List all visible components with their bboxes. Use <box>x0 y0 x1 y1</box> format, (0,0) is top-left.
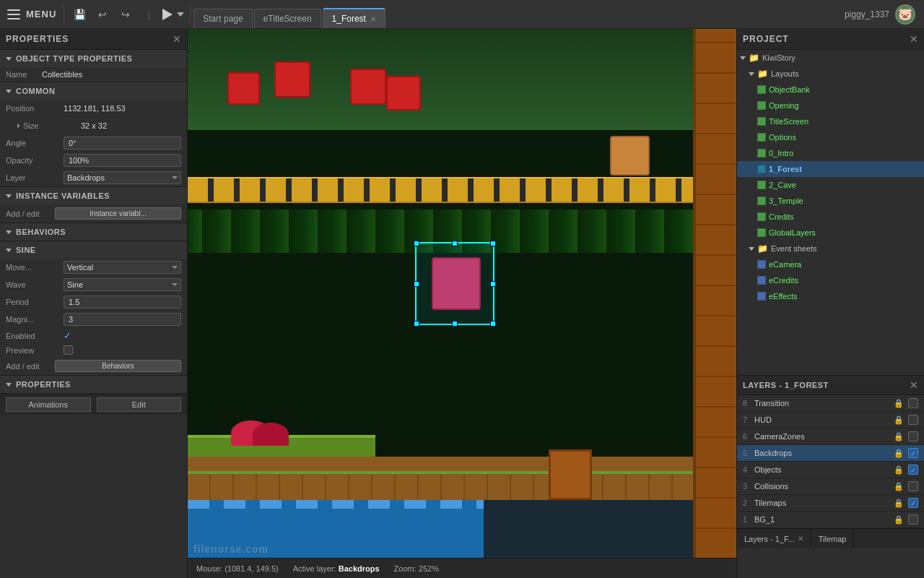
edit-button[interactable]: Edit <box>97 397 182 412</box>
bottom-tab-layers-label: Layers - 1_F... <box>744 535 795 543</box>
tree-layout-titlescreen[interactable]: TitleScreen <box>737 113 924 129</box>
magni-value[interactable]: 3 <box>64 313 181 326</box>
tree-layout-3temple[interactable]: 3_Temple <box>737 193 924 209</box>
bottom-tab-tilemap-label: Tilemap <box>819 535 847 543</box>
tree-layout-1forest[interactable]: 1_Forest <box>737 161 924 177</box>
layer-vis-1[interactable] <box>908 514 918 525</box>
menu-label[interactable]: MENU <box>26 9 56 20</box>
layer-vis-8[interactable] <box>908 398 918 408</box>
selection-handle-br <box>490 321 496 327</box>
tree-layout-opening[interactable]: Opening <box>737 98 924 113</box>
zoom-level: Zoom: 252% <box>394 564 439 573</box>
instance-variables-header[interactable]: INSTANCE VARIABLES <box>0 187 187 204</box>
layers-close-icon[interactable]: ✕ <box>910 379 918 391</box>
instance-var-row: Add / edit Instance variabl... <box>0 204 187 223</box>
tree-root[interactable]: 📁 KiwiStory <box>737 50 924 66</box>
size-arrow-icon <box>17 124 20 128</box>
tab-startpage[interactable]: Start page <box>193 9 252 28</box>
tab-etitlescreen[interactable]: eTitleScreen <box>254 9 321 28</box>
layer-row-3[interactable]: 3 Collisions 🔒 <box>737 478 924 495</box>
magni-label: Magni... <box>6 315 64 324</box>
tree-event-sheets-folder[interactable]: 📁 Event sheets <box>737 241 924 256</box>
canvas-area[interactable]: filenorse.com Mouse: (1081.4, 149.5) Act… <box>188 29 736 578</box>
layer-row-5[interactable]: 5 Backdrops 🔒 ✓ <box>737 445 924 462</box>
layer-vis-5[interactable]: ✓ <box>908 448 918 458</box>
tree-layouts-folder[interactable]: 📁 Layouts <box>737 66 924 82</box>
size-row: Size 32 x 32 <box>0 117 187 134</box>
opacity-value[interactable]: 100% <box>64 154 181 167</box>
sine-header[interactable]: SINE <box>0 241 187 259</box>
tree-layout-credits[interactable]: Credits <box>737 209 924 225</box>
layer-vis-2[interactable]: ✓ <box>908 498 918 508</box>
redo-button[interactable]: ↪ <box>116 5 135 24</box>
enabled-checkmark-icon[interactable]: ✓ <box>64 330 71 341</box>
layer-row-6[interactable]: 6 CameraZones 🔒 <box>737 428 924 445</box>
layer-num-2: 2 <box>743 499 754 507</box>
layer-row-1[interactable]: 1 BG_1 🔒 <box>737 512 924 528</box>
layout-0intro-label: 0_Intro <box>769 149 793 158</box>
properties-sub-header[interactable]: PROPERTIES <box>0 376 187 393</box>
layer-row-4[interactable]: 4 Objects 🔒 ✓ <box>737 462 924 478</box>
tree-layout-globallayers[interactable]: GlobalLayers <box>737 225 924 241</box>
layer-num-1: 1 <box>743 515 754 524</box>
bottom-tab-tilemap[interactable]: Tilemap <box>811 529 855 548</box>
tree-layout-options[interactable]: Options <box>737 129 924 145</box>
tree-event-eeffects[interactable]: eEffects <box>737 288 924 304</box>
period-value[interactable]: 1.5 <box>64 296 181 309</box>
properties-panel-header: PROPERTIES ✕ <box>0 29 187 50</box>
behaviors-header[interactable]: BEHAVIORS <box>0 223 187 241</box>
project-section: PROJECT ✕ 📁 KiwiStory 📁 Layouts ObjectBa… <box>737 29 924 376</box>
layer-name-camerazones: CameraZones <box>754 432 894 441</box>
play-button[interactable] <box>162 9 184 20</box>
instance-variables-arrow-icon <box>6 194 12 198</box>
layer-vis-3[interactable] <box>908 481 918 491</box>
tab-close-icon[interactable]: ✕ <box>370 15 376 23</box>
selection-handle-bl <box>414 321 419 327</box>
properties-close-icon[interactable]: ✕ <box>173 33 181 45</box>
angle-value[interactable]: 0° <box>64 137 181 150</box>
tree-layout-0intro[interactable]: 0_Intro <box>737 145 924 161</box>
undo-button[interactable]: ↩ <box>93 5 112 24</box>
layer-name-tilemaps: Tilemaps <box>754 499 894 507</box>
object-type-arrow-icon <box>6 57 12 61</box>
tree-event-ecredits[interactable]: eCredits <box>737 272 924 288</box>
mouse-position: Mouse: (1081.4, 149.5) <box>196 564 279 573</box>
avatar[interactable]: 🐷 <box>895 4 915 25</box>
behaviors-button[interactable]: Behaviors <box>55 360 181 372</box>
tree-layout-objectbank[interactable]: ObjectBank <box>737 82 924 98</box>
tab-1forest[interactable]: 1_Forest ✕ <box>323 8 385 28</box>
wave-select[interactable]: Sine <box>64 278 181 291</box>
toolbar-actions: 💾 ↩ ↪ | <box>64 5 191 24</box>
layer-select-chevron-icon <box>172 176 178 179</box>
top-bar: MENU 💾 ↩ ↪ | Start page eTitleScreen 1_F… <box>0 0 924 29</box>
layer-checkmark-icon-5: ✓ <box>910 449 916 457</box>
bottom-tab-layers[interactable]: Layers - 1_F... ✕ <box>737 529 811 548</box>
animations-button[interactable]: Animations <box>6 397 91 412</box>
instance-var-button[interactable]: Instance variabl... <box>55 207 181 220</box>
move-select[interactable]: Vertical <box>64 261 181 274</box>
layout-icon <box>757 228 766 237</box>
menu-icon[interactable] <box>7 9 20 20</box>
tab-etitlescreen-label: eTitleScreen <box>263 14 312 24</box>
save-button[interactable]: 💾 <box>70 5 89 24</box>
bottom-tab-close-icon[interactable]: ✕ <box>798 535 803 543</box>
tree-layout-2cave[interactable]: 2_Cave <box>737 177 924 193</box>
size-label: Size <box>23 121 81 130</box>
layer-vis-4[interactable]: ✓ <box>908 465 918 475</box>
sine-arrow-icon <box>6 249 12 252</box>
common-header[interactable]: COMMON <box>0 82 187 100</box>
layer-row-7[interactable]: 7 HUD 🔒 <box>737 412 924 428</box>
event-icon <box>757 292 766 301</box>
layout-icon <box>757 149 766 158</box>
layer-vis-7[interactable] <box>908 415 918 425</box>
layer-vis-6[interactable] <box>908 431 918 441</box>
tree-event-ecamera[interactable]: eCamera <box>737 256 924 272</box>
object-type-header[interactable]: OBJECT TYPE PROPERTIES <box>0 50 187 67</box>
separator: | <box>139 5 158 24</box>
preview-checkbox[interactable] <box>64 345 73 355</box>
layer-row-2[interactable]: 2 Tilemaps 🔒 ✓ <box>737 495 924 512</box>
project-header: PROJECT ✕ <box>737 29 924 50</box>
project-close-icon[interactable]: ✕ <box>910 33 918 45</box>
layer-select[interactable]: Backdrops <box>64 171 181 184</box>
layer-row-8[interactable]: 8 Transition 🔒 <box>737 395 924 412</box>
